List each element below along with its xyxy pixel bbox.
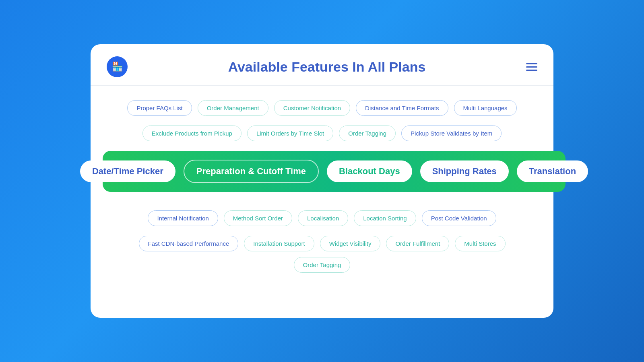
features-row-2: Exclude Products from Pickup Limit Order… [111, 125, 533, 141]
banner-pill-prep-cutoff[interactable]: Preparation & Cutoff Time [184, 160, 319, 183]
card-header: 🏪 Available Features In All Plans [91, 44, 553, 86]
pill-customer-notification[interactable]: Customer Notification [274, 100, 350, 116]
menu-button[interactable] [526, 63, 537, 71]
pill-order-tagging[interactable]: Order Tagging [339, 125, 396, 141]
bottom-features-section: Internal Notification Method Sort Order … [91, 196, 553, 273]
pill-location-sorting[interactable]: Location Sorting [354, 210, 416, 226]
pill-widget-visibility[interactable]: Widget Visibility [320, 236, 381, 251]
pill-order-management[interactable]: Order Management [198, 100, 268, 116]
pill-multi-languages[interactable]: Multi Languages [454, 100, 517, 116]
page-title: Available Features In All Plans [128, 59, 526, 75]
app-logo: 🏪 [107, 56, 128, 77]
pill-exclude-products[interactable]: Exclude Products from Pickup [142, 125, 242, 141]
pill-pickup-store-validates[interactable]: Pickup Store Validates by Item [401, 125, 502, 141]
pill-installation-support[interactable]: Installation Support [244, 236, 314, 251]
banner-pill-date-time[interactable]: Date/Time Picker [80, 160, 175, 182]
pill-multi-stores[interactable]: Multi Stores [455, 236, 505, 251]
pill-distance-time-formats[interactable]: Distance and Time Formats [356, 100, 448, 116]
banner-pill-translation[interactable]: Translation [517, 160, 588, 182]
banner-pill-blackout[interactable]: Blackout Days [327, 160, 412, 182]
pill-proper-faqs[interactable]: Proper FAQs List [127, 100, 192, 116]
pill-post-code-validation[interactable]: Post Code Validation [422, 210, 496, 226]
feature-banner: Date/Time Picker Preparation & Cutoff Ti… [103, 151, 566, 192]
top-features-section: Proper FAQs List Order Management Custom… [91, 86, 553, 141]
features-row-3: Internal Notification Method Sort Order … [111, 210, 533, 226]
pill-limit-orders[interactable]: Limit Orders by Time Slot [247, 125, 333, 141]
banner-pill-shipping-rates[interactable]: Shipping Rates [420, 160, 509, 182]
pill-localisation[interactable]: Localisation [298, 210, 348, 226]
features-row-4: Fast CDN-based Performance Installation … [111, 236, 533, 273]
pill-order-fulfillment[interactable]: Order Fulfillment [386, 236, 449, 251]
pill-order-tagging-2[interactable]: Order Tagging [294, 257, 351, 273]
main-card: 🏪 Available Features In All Plans Proper… [91, 44, 553, 318]
pill-internal-notification[interactable]: Internal Notification [148, 210, 218, 226]
features-row-1: Proper FAQs List Order Management Custom… [111, 100, 533, 116]
pill-method-sort-order[interactable]: Method Sort Order [224, 210, 292, 226]
pill-fast-cdn[interactable]: Fast CDN-based Performance [139, 236, 239, 251]
